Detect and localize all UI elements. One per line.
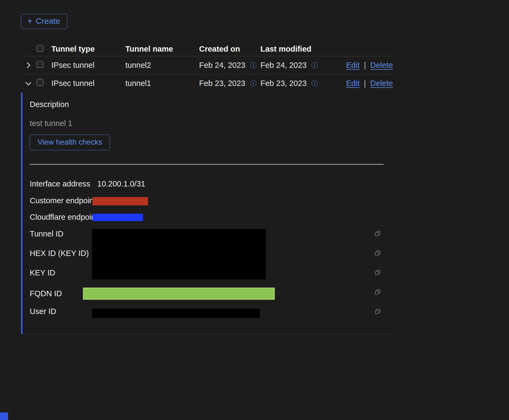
row-checkbox[interactable] [36, 79, 43, 86]
edit-link[interactable]: Edit [346, 61, 360, 70]
create-button-label: Create [36, 16, 60, 26]
delete-link[interactable]: Delete [370, 79, 393, 88]
column-header-tunnel-name: Tunnel name [125, 45, 199, 54]
delete-link[interactable]: Delete [370, 61, 393, 70]
copy-fqdn-id-icon[interactable] [374, 289, 381, 295]
user-id-label: User ID [30, 307, 56, 316]
tunnel-details-panel: Description test tunnel 1 View health ch… [21, 92, 392, 334]
panel-divider [30, 164, 384, 165]
copy-key-id-icon[interactable] [374, 269, 381, 276]
column-header-last-modified: Last modified [260, 45, 346, 54]
tunnel-name-cell: tunnel2 [125, 61, 199, 70]
cloudflare-endpoint-redacted-value [92, 214, 143, 221]
actions-separator: | [364, 79, 366, 88]
row-checkbox[interactable] [36, 61, 43, 68]
create-button[interactable]: + Create [21, 14, 67, 29]
description-text: test tunnel 1 [30, 119, 72, 128]
customer-endpoint-redacted-value [92, 197, 148, 205]
tunnels-page: + Create Tunnel type Tunnel name Created… [0, 0, 509, 334]
interface-address-label: Interface address [30, 179, 90, 188]
select-all-checkbox[interactable] [36, 45, 43, 52]
cloudflare-endpoint-label: Cloudflare endpoint [30, 213, 98, 222]
expanded-row-accent-bar [21, 92, 22, 334]
user-id-redacted-value [92, 309, 260, 318]
tunnels-table: Tunnel type Tunnel name Created on Last … [21, 42, 392, 334]
bottom-left-accent [0, 412, 8, 420]
collapse-chevron-down-icon[interactable] [24, 79, 33, 88]
column-header-created-on: Created on [199, 45, 260, 54]
hex-id-label: HEX ID (KEY ID) [30, 249, 89, 258]
tunnel-type-cell: IPsec tunnel [51, 79, 125, 88]
last-modified-cell: Feb 23, 2023 [260, 79, 307, 88]
interface-address-value: 10.200.1.0/31 [97, 179, 145, 188]
customer-endpoint-label: Customer endpoint [30, 196, 96, 205]
tunnel-id-label: Tunnel ID [30, 229, 63, 238]
copy-tunnel-id-icon[interactable] [374, 230, 381, 237]
table-row: IPsec tunnel tunnel1 Feb 23, 2023 i Feb … [21, 74, 392, 92]
actions-separator: | [364, 61, 366, 70]
view-health-checks-button[interactable]: View health checks [30, 135, 110, 150]
edit-link[interactable]: Edit [346, 79, 360, 88]
created-on-cell: Feb 24, 2023 [199, 61, 245, 70]
key-id-label: KEY ID [30, 268, 55, 277]
column-header-tunnel-type: Tunnel type [51, 45, 125, 54]
tunnel-name-cell: tunnel1 [125, 79, 199, 88]
copy-user-id-icon[interactable] [374, 308, 381, 315]
info-icon[interactable]: i [250, 62, 256, 68]
table-row: IPsec tunnel tunnel2 Feb 24, 2023 i Feb … [21, 56, 392, 74]
ids-redacted-value [92, 229, 266, 279]
plus-icon: + [27, 16, 32, 25]
last-modified-cell: Feb 24, 2023 [260, 61, 307, 70]
tunnel-type-cell: IPsec tunnel [51, 61, 125, 70]
table-header-row: Tunnel type Tunnel name Created on Last … [21, 42, 392, 56]
info-icon[interactable]: i [250, 80, 256, 86]
info-icon[interactable]: i [312, 62, 318, 68]
info-icon[interactable]: i [312, 80, 318, 86]
copy-hex-id-icon[interactable] [374, 250, 381, 256]
fqdn-id-redacted-value [83, 288, 275, 300]
description-label: Description [30, 100, 69, 109]
expand-chevron-right-icon[interactable] [24, 61, 33, 70]
fqdn-id-label: FQDN ID [30, 289, 62, 298]
created-on-cell: Feb 23, 2023 [199, 79, 245, 88]
